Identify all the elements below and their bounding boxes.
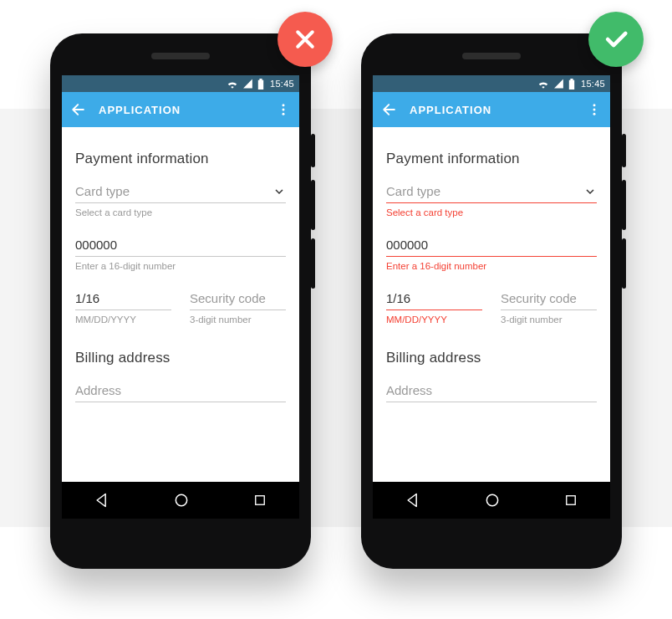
- wifi-icon: [227, 79, 238, 89]
- csc-hint: 3-digit number: [190, 315, 286, 325]
- nav-back-button[interactable]: [405, 492, 421, 509]
- expiry-value: 1/16: [386, 291, 410, 305]
- phone-screen: 15:45 APPLICATION Payment information Ca…: [373, 75, 610, 519]
- phone-side-button: [622, 134, 626, 167]
- svg-point-8: [486, 494, 497, 505]
- more-vert-icon: [587, 102, 602, 117]
- wifi-icon: [537, 79, 549, 89]
- card-type-field[interactable]: Card type Select a card type: [75, 181, 286, 217]
- back-button[interactable]: [381, 101, 398, 118]
- nav-recent-button[interactable]: [563, 493, 578, 508]
- section-payment-title: Payment information: [75, 151, 286, 167]
- cross-icon: [293, 27, 318, 52]
- nav-home-icon: [484, 492, 501, 509]
- phone-right: 15:45 APPLICATION Payment information Ca…: [361, 33, 622, 569]
- phone-side-button: [622, 180, 626, 230]
- nav-back-icon: [94, 492, 110, 509]
- svg-point-5: [593, 104, 596, 106]
- card-type-hint: Select a card type: [386, 207, 597, 217]
- card-type-placeholder: Card type: [75, 184, 130, 198]
- card-number-value: 000000: [75, 238, 117, 252]
- chevron-down-icon: [272, 185, 286, 198]
- section-billing-title: Billing address: [386, 350, 597, 366]
- overflow-menu-button[interactable]: [587, 102, 602, 117]
- battery-icon: [257, 79, 264, 90]
- android-nav-bar: [62, 482, 299, 519]
- card-number-hint: Enter a 16-digit number: [75, 261, 286, 271]
- app-bar: APPLICATION: [62, 92, 299, 127]
- nav-home-button[interactable]: [484, 492, 501, 509]
- expiry-field[interactable]: 1/16 MM/DD/YYYY: [386, 288, 482, 325]
- expiry-hint: MM/DD/YYYY: [75, 315, 171, 325]
- expiry-field[interactable]: 1/16 MM/DD/YYYY: [75, 288, 171, 325]
- do-badge: [588, 12, 644, 67]
- more-vert-icon: [276, 102, 291, 117]
- card-type-placeholder: Card type: [386, 184, 440, 198]
- nav-home-button[interactable]: [173, 492, 190, 509]
- csc-field[interactable]: Security code 3-digit number: [190, 288, 286, 325]
- app-bar-title: APPLICATION: [99, 104, 264, 116]
- phone-left: 15:45 APPLICATION Payment information Ca…: [50, 33, 311, 569]
- dont-badge: [277, 12, 333, 67]
- app-bar: APPLICATION: [373, 92, 610, 127]
- nav-back-icon: [405, 492, 421, 509]
- nav-recent-icon: [252, 493, 267, 508]
- address-field[interactable]: Address: [75, 380, 286, 402]
- phone-side-button: [311, 134, 315, 167]
- card-number-hint: Enter a 16-digit number: [386, 261, 597, 271]
- overflow-menu-button[interactable]: [276, 102, 291, 117]
- phone-side-button: [622, 238, 626, 289]
- battery-icon: [568, 79, 575, 90]
- address-field[interactable]: Address: [386, 380, 597, 402]
- svg-point-1: [283, 109, 285, 111]
- address-placeholder: Address: [386, 383, 432, 397]
- svg-point-6: [593, 109, 596, 111]
- app-bar-title: APPLICATION: [410, 104, 575, 116]
- form-content: Payment information Card type Select a c…: [62, 127, 299, 402]
- comparison-stage: 15:45 APPLICATION Payment information Ca…: [0, 0, 672, 619]
- card-number-field[interactable]: 000000 Enter a 16-digit number: [386, 234, 597, 271]
- card-type-field[interactable]: Card type Select a card type: [386, 181, 597, 217]
- expiry-value: 1/16: [75, 291, 99, 305]
- nav-recent-button[interactable]: [252, 493, 267, 508]
- signal-icon: [242, 79, 253, 89]
- phone-screen: 15:45 APPLICATION Payment information Ca…: [62, 75, 299, 519]
- card-type-hint: Select a card type: [75, 207, 286, 217]
- card-number-value: 000000: [386, 238, 428, 252]
- status-clock: 15:45: [581, 79, 605, 89]
- csc-placeholder: Security code: [501, 291, 577, 305]
- nav-back-button[interactable]: [94, 492, 110, 509]
- status-bar: 15:45: [373, 75, 610, 92]
- svg-point-0: [283, 104, 285, 106]
- status-clock: 15:45: [270, 79, 294, 89]
- signal-icon: [553, 79, 564, 89]
- nav-home-icon: [173, 492, 190, 509]
- csc-field[interactable]: Security code 3-digit number: [501, 288, 597, 325]
- phone-side-button: [311, 180, 315, 230]
- phone-side-button: [311, 238, 315, 289]
- csc-hint: 3-digit number: [501, 315, 597, 325]
- csc-placeholder: Security code: [190, 291, 266, 305]
- card-number-field[interactable]: 000000 Enter a 16-digit number: [75, 234, 286, 271]
- nav-recent-icon: [563, 493, 578, 508]
- android-nav-bar: [373, 482, 610, 519]
- address-placeholder: Address: [75, 383, 121, 397]
- section-billing-title: Billing address: [75, 350, 286, 366]
- arrow-left-icon: [381, 101, 398, 118]
- back-button[interactable]: [70, 101, 87, 118]
- form-content: Payment information Card type Select a c…: [373, 127, 610, 402]
- chevron-down-icon: [583, 185, 597, 198]
- svg-point-7: [593, 113, 596, 115]
- svg-rect-4: [256, 496, 265, 505]
- check-icon: [602, 25, 630, 54]
- expiry-hint: MM/DD/YYYY: [386, 315, 482, 325]
- svg-point-2: [283, 113, 285, 115]
- svg-point-3: [176, 494, 186, 505]
- section-payment-title: Payment information: [386, 151, 597, 167]
- svg-rect-9: [567, 496, 576, 505]
- status-bar: 15:45: [62, 75, 299, 92]
- arrow-left-icon: [70, 101, 87, 118]
